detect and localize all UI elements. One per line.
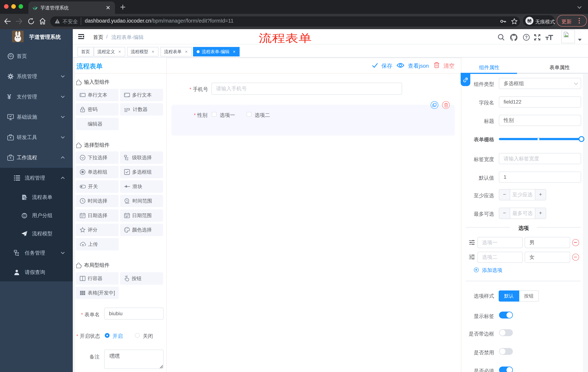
svg-text:123: 123: [124, 107, 130, 111]
svg-text:?: ?: [525, 35, 528, 40]
